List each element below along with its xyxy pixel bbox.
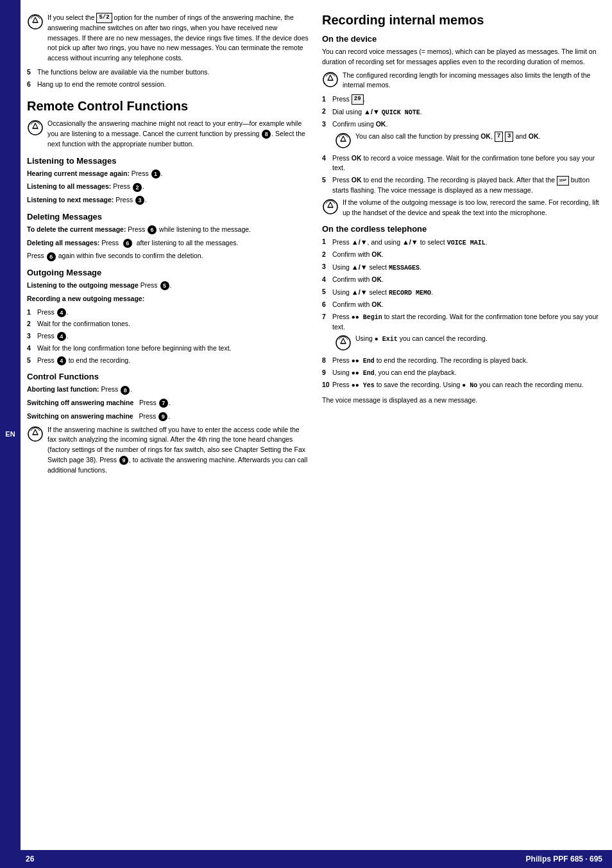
footer-bar: 26 Philips PPF 685 · 695 [0, 850, 612, 868]
switch-on: Switching on answering machine Press 9. [27, 412, 309, 422]
listen-all-label: Listening to all messages: [27, 182, 111, 190]
device-note-text: The configured recording length for inco… [343, 71, 604, 91]
footer-page-number: 26 [26, 855, 34, 864]
rec-step-4: 4 Wait for the long confirmation tone be… [27, 343, 309, 354]
right-column: Recording internal memos On the device Y… [322, 13, 604, 855]
c-step-5: 5 Using ▲/▼ select RECORD MEMO. [322, 287, 604, 298]
caution-icon-3 [27, 426, 44, 442]
device-subtitle: On the device [322, 34, 604, 44]
caution-icon-5 [335, 132, 352, 149]
num-5: 5 [27, 67, 37, 78]
deleting-title: Deleting Messages [27, 212, 309, 221]
note-icon-3 [27, 426, 45, 476]
hearing-again-label: Hearing current message again: [27, 169, 130, 177]
footer-brand: Philips PPF 685 · 695 [526, 855, 602, 864]
listening-outgoing: Listening to the outgoing message Press … [27, 281, 309, 291]
list-item-6: 6 Hang up to end the remote control sess… [27, 80, 309, 90]
cordless-subtitle: On the cordless telephone [322, 224, 604, 234]
hearing-again: Hearing current message again: Press 1. [27, 169, 309, 179]
note-icon-6 [322, 198, 340, 218]
abort-last: Aborting last function: Press 8. [27, 385, 309, 395]
list-item-5: 5 The functions below are available via … [27, 67, 309, 78]
c-step-6: 6 Confirm with OK. [322, 300, 604, 310]
d-step-3-note: You can also call the function by pressi… [335, 132, 604, 151]
c-step-2: 2 Confirm with OK. [322, 250, 604, 260]
recording-new-label: Recording a new outgoing message: [27, 294, 309, 304]
num-6: 6 [27, 80, 37, 90]
final-message: The voice message is displayed as a new … [322, 395, 604, 406]
rec-step-2-text: Wait for the confirmation tones. [37, 319, 309, 329]
d-note-volume-text: If the volume of the outgoing message is… [343, 198, 604, 218]
c-step-4: 4 Confirm with OK. [322, 275, 604, 285]
page: EN If you select the 5/2 option for the … [0, 0, 612, 868]
rec-step-2: 2 Wait for the confirmation tones. [27, 319, 309, 329]
left-margin-bar: EN [0, 0, 21, 868]
item-5-text: The functions below are available via th… [37, 67, 309, 78]
d-step-5: 5 Press OK to end the recording. The rec… [322, 175, 604, 196]
c-step-10: 10 Press ●● Yes to save the recording. U… [322, 380, 604, 390]
control-title: Control Functions [27, 372, 309, 381]
device-intro: You can record voice messages (= memos),… [322, 47, 604, 67]
d-note-volume-block: If the volume of the outgoing message is… [322, 198, 604, 218]
rec-step-3: 3 Press 4. [27, 331, 309, 342]
c-step-3: 3 Using ▲/▼ select MESSAGES. [322, 262, 604, 273]
delete-all: Deleting all messages: Press 6 after lis… [27, 238, 309, 248]
c-step-9: 9 Using ●● End, you can end the playback… [322, 368, 604, 378]
rec-step-4-text: Wait for the long confirmation tone befo… [37, 343, 309, 354]
c-step-1: 1 Press ▲/▼, and using ▲/▼ to select VOI… [322, 237, 604, 248]
delete-confirm: Press 6 again within five seconds to con… [27, 251, 309, 261]
caution-icon-2 [27, 119, 44, 136]
main-title: Recording internal memos [322, 13, 604, 28]
caution-icon-4 [322, 71, 339, 88]
note-icon-2 [27, 119, 45, 149]
listen-all: Listening to all messages: Press 2. [27, 182, 309, 192]
intro-note-text: If you select the 5/2 option for the num… [47, 13, 309, 64]
caution-icon-6 [322, 198, 339, 215]
final-note-block: If the answering machine is switched off… [27, 425, 309, 476]
listen-next-label: Listening to next message: [27, 196, 114, 204]
content-area: If you select the 5/2 option for the num… [21, 0, 612, 868]
switch-off: Switching off answering machine Press 7. [27, 398, 309, 408]
c-step-7-note: Using ● Exit you can cancel the recordin… [335, 334, 604, 353]
rcf-title: Remote Control Functions [27, 99, 309, 114]
final-note-text: If the answering machine is switched off… [47, 425, 309, 476]
intro-note-block: If you select the 5/2 option for the num… [27, 13, 309, 64]
caution-icon-7 [335, 334, 352, 351]
caution-icon [27, 13, 44, 30]
note-icon-1 [27, 13, 45, 64]
rcf-note-block: Occasionally the answering machine might… [27, 119, 309, 149]
note-icon-5 [335, 132, 353, 151]
rec-step-1: 1 Press 4. [27, 308, 309, 318]
d-step-3: 3 Confirm using OK. [322, 119, 604, 130]
item-6-text: Hang up to end the remote control sessio… [37, 80, 309, 90]
d-step-4: 4 Press OK to record a voice message. Wa… [322, 153, 604, 174]
listen-next: Listening to next message: Press 3. [27, 195, 309, 205]
outgoing-title: Outgoing Message [27, 268, 309, 277]
device-note-block: The configured recording length for inco… [322, 71, 604, 91]
rcf-note-text: Occasionally the answering machine might… [47, 119, 309, 149]
note-icon-7 [335, 334, 353, 353]
rec-step-5: 5 Press 4 to end the recording. [27, 356, 309, 366]
d-step-1: 1 Press 29. [322, 94, 604, 105]
delete-current: To delete the current message: Press 6 w… [27, 225, 309, 235]
note-icon-4 [322, 71, 340, 91]
c-step-7: 7 Press ●● Begin to start the recording.… [322, 312, 604, 333]
d-step-2: 2 Dial using ▲/▼ QUICK NOTE. [322, 107, 604, 117]
left-column: If you select the 5/2 option for the num… [27, 13, 309, 855]
language-label: EN [5, 430, 15, 438]
listening-title: Listening to Messages [27, 156, 309, 166]
c-step-8: 8 Press ●● End to end the recording. The… [322, 356, 604, 366]
